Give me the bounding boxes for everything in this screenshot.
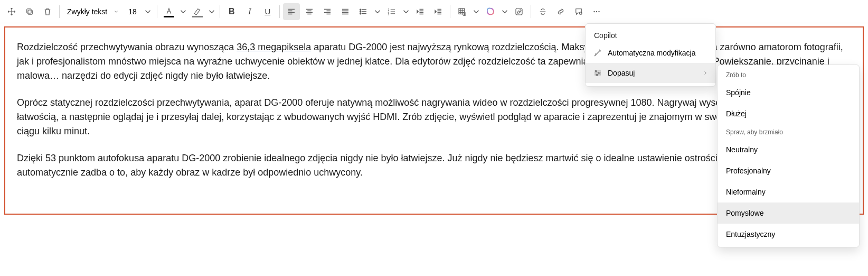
svg-rect-1 bbox=[27, 8, 31, 13]
align-right-button[interactable] bbox=[319, 3, 336, 20]
svg-point-13 bbox=[596, 11, 597, 12]
adjust-submenu: Zrób to Spójnie Dłużej Spraw, aby brzmia… bbox=[717, 65, 860, 247]
copilot-dropdown[interactable] bbox=[500, 3, 510, 20]
more-options-button[interactable] bbox=[588, 3, 605, 20]
submenu-item-enthusiastic[interactable]: Entuzjastyczny bbox=[718, 224, 859, 245]
copilot-icon bbox=[486, 7, 495, 16]
copy-icon[interactable] bbox=[21, 3, 38, 20]
svg-text:3: 3 bbox=[388, 13, 389, 15]
svg-rect-0 bbox=[28, 10, 32, 14]
svg-point-14 bbox=[598, 11, 599, 12]
font-color-dropdown[interactable] bbox=[178, 3, 188, 20]
highlight-dropdown[interactable] bbox=[207, 3, 216, 20]
chevron-down-icon bbox=[114, 9, 119, 14]
copilot-context-menu: Copilot Automatyczna modyfikacja Dopasuj bbox=[585, 23, 716, 87]
svg-point-11 bbox=[579, 12, 582, 14]
menu-label: Automatyczna modyfikacja bbox=[608, 49, 696, 57]
numbered-dropdown[interactable] bbox=[401, 3, 411, 20]
bullet-list-button[interactable] bbox=[355, 3, 372, 20]
svg-point-3 bbox=[360, 11, 361, 12]
submenu-item-professional[interactable]: Profesjonalny bbox=[718, 160, 859, 181]
numbered-list-button[interactable]: 123 bbox=[383, 3, 400, 20]
font-color-button[interactable] bbox=[161, 3, 177, 20]
table-dropdown[interactable] bbox=[471, 3, 481, 20]
svg-point-15 bbox=[596, 70, 597, 72]
bold-button[interactable]: B bbox=[223, 3, 240, 20]
underline-button[interactable]: U bbox=[259, 3, 276, 20]
submenu-group-label: Zrób to bbox=[718, 67, 859, 82]
svg-point-16 bbox=[599, 72, 600, 74]
link-button[interactable] bbox=[552, 3, 569, 20]
menu-item-adjust[interactable]: Dopasuj bbox=[586, 63, 715, 83]
text-run: Rozdzielczość przechwytywania obrazu wyn… bbox=[17, 42, 237, 52]
highlight-button[interactable] bbox=[189, 3, 206, 20]
comment-button[interactable] bbox=[570, 3, 587, 20]
submenu-group-label: Spraw, aby brzmiało bbox=[718, 124, 859, 139]
strikethrough-button[interactable] bbox=[534, 3, 551, 20]
text-style-select[interactable]: Zwykły tekst bbox=[63, 3, 123, 20]
menu-label: Dopasuj bbox=[608, 69, 635, 77]
hyperlink-text[interactable]: 36,3 megapiksela bbox=[237, 42, 311, 52]
copilot-button[interactable] bbox=[482, 3, 499, 20]
submenu-item-informal[interactable]: Nieformalny bbox=[718, 181, 859, 203]
decrease-indent-button[interactable] bbox=[412, 3, 429, 20]
separator bbox=[531, 5, 531, 18]
chevron-down-icon bbox=[373, 7, 382, 16]
align-left-button[interactable] bbox=[283, 3, 300, 20]
chevron-down-icon bbox=[401, 7, 411, 16]
svg-point-17 bbox=[596, 74, 598, 76]
separator bbox=[220, 5, 220, 18]
separator bbox=[59, 5, 60, 18]
delete-icon[interactable] bbox=[39, 3, 56, 20]
insert-table-button[interactable] bbox=[454, 3, 470, 20]
sliders-icon bbox=[593, 68, 602, 78]
align-center-button[interactable] bbox=[301, 3, 318, 20]
font-size-select[interactable]: 18 bbox=[124, 3, 141, 20]
svg-point-4 bbox=[360, 13, 361, 14]
formatting-toolbar: Zwykły tekst 18 B I U 123 bbox=[0, 0, 868, 23]
designer-button[interactable] bbox=[511, 3, 527, 20]
svg-point-2 bbox=[360, 9, 361, 10]
chevron-down-icon bbox=[207, 7, 216, 16]
increase-indent-button[interactable] bbox=[430, 3, 447, 20]
separator bbox=[157, 5, 157, 18]
menu-item-auto-modify[interactable]: Automatyczna modyfikacja bbox=[586, 43, 715, 63]
chevron-down-icon bbox=[143, 7, 153, 16]
chevron-right-icon bbox=[703, 70, 708, 76]
submenu-item-coherent[interactable]: Spójnie bbox=[718, 82, 859, 103]
font-size-dropdown[interactable] bbox=[142, 3, 154, 20]
submenu-item-inventive[interactable]: Pomysłowe bbox=[718, 203, 859, 224]
bullet-dropdown[interactable] bbox=[373, 3, 382, 20]
copilot-menu-title: Copilot bbox=[586, 27, 715, 43]
chevron-down-icon bbox=[471, 7, 481, 16]
svg-point-12 bbox=[593, 11, 595, 12]
submenu-item-longer[interactable]: Dłużej bbox=[718, 103, 859, 124]
svg-rect-10 bbox=[516, 8, 522, 15]
separator bbox=[450, 5, 450, 18]
font-size-value: 18 bbox=[128, 7, 137, 16]
wand-icon bbox=[593, 48, 602, 58]
chevron-down-icon bbox=[178, 7, 188, 16]
chevron-down-icon bbox=[500, 7, 510, 16]
separator bbox=[279, 5, 280, 18]
submenu-item-neutral[interactable]: Neutralny bbox=[718, 139, 859, 160]
align-justify-button[interactable] bbox=[337, 3, 354, 20]
move-icon[interactable] bbox=[3, 3, 20, 20]
text-style-label: Zwykły tekst bbox=[67, 7, 107, 16]
italic-button[interactable]: I bbox=[241, 3, 258, 20]
